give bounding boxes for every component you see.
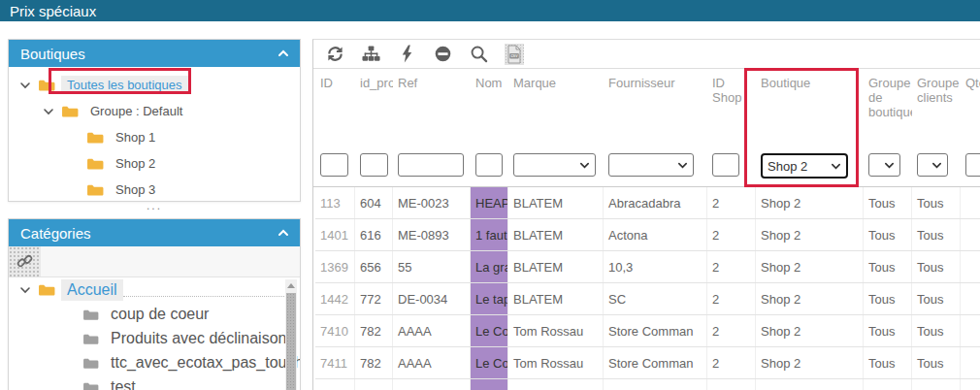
table-row[interactable]: 113 604 ME-0023 HEAP BLATEM Abracadabra … [315, 187, 980, 219]
filter-id-shop-input[interactable] [712, 153, 739, 177]
column-header-marque[interactable]: Marque [508, 76, 604, 119]
tree-item-label[interactable]: Shop 1 [110, 128, 161, 146]
block-icon[interactable] [433, 44, 452, 65]
cell-boutique [756, 379, 864, 390]
categories-toolbar [9, 246, 300, 277]
lightning-icon[interactable] [397, 44, 416, 65]
tree-item-ttc-avec-ecotax[interactable]: ttc_avec_ecotax_pas_touche_produ [9, 350, 300, 374]
column-header-qte-min[interactable]: Qté min [961, 76, 980, 119]
tree-item-label[interactable]: Toutes les boutiques [61, 76, 188, 94]
tree-item-shop-1[interactable]: Shop 1 [9, 124, 300, 150]
panel-resize-handle[interactable]: ... [8, 200, 301, 211]
folder-icon [38, 282, 55, 297]
column-header-ref[interactable]: Ref [393, 76, 471, 119]
tree-item-label[interactable]: Groupe : Default [84, 102, 188, 120]
cell-id-shop: 2 [707, 283, 756, 314]
filter-fournisseur-select[interactable] [608, 153, 694, 177]
tree-item-label[interactable]: Produits avec déclinaisons [105, 328, 300, 349]
column-header-id-product[interactable]: id_pro [355, 76, 393, 119]
tree-item-label[interactable]: Shop 2 [110, 154, 161, 173]
cell-boutique: Shop 2 [756, 251, 864, 282]
filter-qte-min-input[interactable] [965, 153, 980, 177]
chevron-down-icon [579, 160, 590, 171]
categories-scrollbar[interactable] [285, 279, 297, 390]
chevron-down-icon[interactable] [18, 283, 32, 297]
cell-groupe-clients: Tous [912, 315, 961, 346]
column-header-id[interactable]: ID [315, 76, 355, 119]
filter-boutique-value: Shop 2 [768, 159, 807, 174]
cell-fournisseur: 10,3 [604, 251, 707, 282]
column-header-id-shop[interactable]: ID Shop [707, 76, 756, 119]
column-header-groupe-clients[interactable]: Groupe clients [912, 76, 961, 119]
cell-groupe-clients [912, 379, 961, 390]
chevron-up-icon[interactable] [277, 226, 290, 240]
folder-icon [82, 356, 99, 370]
tree-item-accueil[interactable]: Accueil [9, 277, 300, 302]
filter-boutique-select[interactable]: Shop 2 [761, 153, 848, 179]
cell-boutique: Shop 2 [756, 347, 864, 378]
table-row[interactable]: 1369 656 55 La gra BLATEM 10,3 2 Shop 2 … [315, 251, 980, 283]
cell-boutique: Shop 2 [756, 283, 864, 314]
column-header-nom[interactable]: Nom [471, 76, 508, 119]
tree-item-test[interactable]: test [9, 374, 300, 390]
boutiques-panel-header[interactable]: Boutiques [9, 40, 300, 67]
cell-id-product: 604 [355, 187, 393, 218]
filter-marque-select[interactable] [513, 153, 596, 177]
cell-id-product: 782 [355, 347, 393, 378]
tree-item-label[interactable]: test [105, 376, 142, 390]
tree-item-label[interactable]: Shop 3 [110, 180, 161, 199]
tree-item-coup-de-coeur[interactable]: coup de coeur [9, 302, 300, 326]
cell-boutique: Shop 2 [756, 187, 864, 218]
filter-nom-input[interactable] [475, 153, 503, 177]
folder-icon [86, 156, 104, 171]
cell-id: 7410 [315, 315, 355, 346]
table-row[interactable]: 1442 772 DE-0034 Le tap BLATEM SC 2 Shop… [315, 283, 980, 315]
tree-item-produits-avec-declinaisons[interactable]: Produits avec déclinaisons [9, 326, 300, 350]
cell-qte-min [961, 379, 980, 390]
chevron-up-icon[interactable] [277, 47, 290, 60]
chevron-down-icon[interactable] [42, 105, 55, 118]
filter-groupe-clients-select[interactable] [917, 153, 948, 177]
cell-ref: AAAA [393, 347, 471, 378]
tree-item-toutes-les-boutiques[interactable]: Toutes les boutiques [9, 72, 300, 98]
cell-ref [393, 379, 471, 390]
filter-id-input[interactable] [320, 153, 348, 177]
cell-id-product: 782 [355, 315, 393, 346]
scroll-up-arrow-icon[interactable] [285, 279, 297, 291]
csv-export-icon[interactable]: csv [505, 44, 524, 65]
cell-id-shop: 2 [707, 187, 756, 218]
categories-panel-header[interactable]: Catégories [9, 219, 300, 246]
folder-icon [86, 182, 104, 197]
cell-marque: BLATEM [508, 251, 604, 282]
scrollbar-thumb[interactable] [286, 293, 296, 390]
column-header-groupe-de-boutique[interactable]: Groupe de boutique [864, 76, 912, 119]
sitemap-icon[interactable] [361, 44, 380, 65]
cell-id-shop: 2 [707, 315, 756, 346]
table-row[interactable]: 7411 782 AAAA Le Co Tom Rossau Store Com… [315, 347, 980, 379]
tree-item-label[interactable]: Accueil [61, 279, 123, 301]
cell-fournisseur: Abracadabra [604, 187, 707, 218]
chevron-down-icon[interactable] [18, 79, 32, 92]
cell-nom: Le Co [471, 347, 508, 378]
column-header-boutique[interactable]: Boutique [756, 76, 864, 119]
cell-id [315, 379, 355, 390]
folder-icon [61, 104, 79, 118]
tree-item-shop-2[interactable]: Shop 2 [9, 150, 300, 177]
cell-id-product [355, 379, 393, 390]
filter-ref-input[interactable] [398, 153, 464, 177]
grid-panel: csv ID id_pro Ref Nom Marque Fournisseur… [312, 39, 980, 390]
tree-item-label[interactable]: coup de coeur [105, 304, 214, 325]
refresh-icon[interactable] [325, 44, 344, 65]
search-icon[interactable] [469, 44, 488, 65]
column-header-fournisseur[interactable]: Fournisseur [604, 76, 707, 119]
cell-id: 113 [315, 187, 355, 218]
filter-groupe-boutique-select[interactable] [868, 153, 900, 177]
filter-row: Shop 2 [315, 153, 980, 179]
table-row[interactable]: 1401 616 ME-0893 1 faut BLATEM Actona 2 … [315, 219, 980, 251]
table-row[interactable]: 7410 782 AAAA Le Co Tom Rossau Store Com… [315, 315, 980, 347]
table-row[interactable] [315, 379, 980, 390]
tree-item-label[interactable]: ttc_avec_ecotax_pas_touche_produ [105, 352, 300, 374]
filter-id-product-input[interactable] [360, 153, 388, 177]
link-icon[interactable] [9, 246, 41, 276]
tree-item-groupe-default[interactable]: Groupe : Default [9, 98, 300, 124]
